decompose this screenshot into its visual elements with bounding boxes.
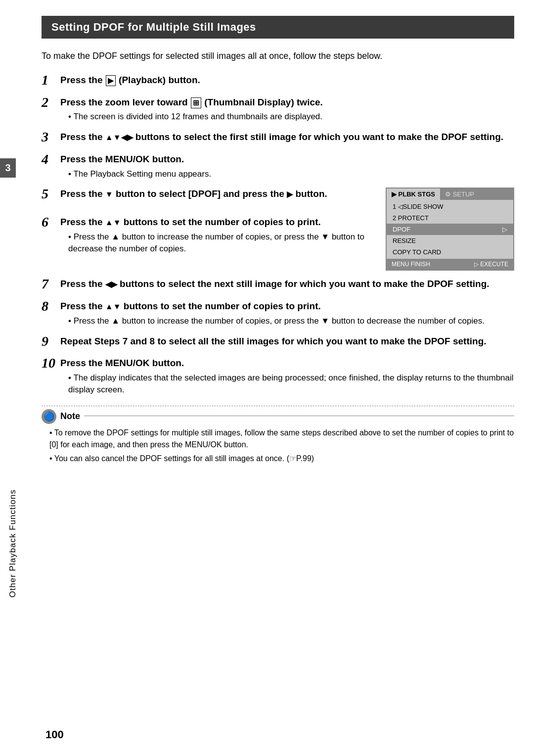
note-item-2: You can also cancel the DPOF settings fo… [42,453,514,465]
menu-footer: MENU FINISH ▷ EXECUTE [387,259,513,270]
arrow-right-icon: ▶ [127,132,133,143]
menu-item-dpof: DPOF ▷ [387,224,513,235]
step-9: 9 Repeat Steps 7 and 8 to select all the… [42,335,514,349]
menu-item-dpof-label: DPOF [393,226,410,233]
menu-item-copy: COPY TO CARD [387,246,513,258]
step-8: 8 Press the ▲▼ buttons to set the number… [42,300,514,327]
steps-5-6-container: 5 Press the ▼ button to select [DPOF] an… [42,188,514,271]
step-6-number: 6 [42,215,60,230]
step-3-main: Press the ▲▼◀▶ buttons to select the fir… [60,131,514,144]
step-8-main: Press the ▲▼ buttons to set the number o… [60,300,514,313]
menu-tab-plbk: ▶ PLBK STGS [387,189,440,200]
main-content: Setting DPOF for Multiple Still Images T… [26,0,534,756]
step-7-main: Press the ◀▶ buttons to select the next … [60,278,514,291]
step-5-content: Press the ▼ button to select [DPOF] and … [60,188,376,201]
step-5-main: Press the ▼ button to select [DPOF] and … [60,188,376,201]
arrow-right-icon3: ▶ [111,279,117,290]
step-10-sub: The display indicates that the selected … [60,372,514,396]
step-4-content: Press the MENU/OK button. The Playback S… [60,153,514,180]
arrow-down-icon: ▼ [113,132,121,143]
menu-image: ▶ PLBK STGS ⚙ SETUP 1 ◁SLIDE SHOW 2 PROT… [386,188,514,271]
note-item-1: To remove the DPOF settings for multiple… [42,427,514,451]
step-5: 5 Press the ▼ button to select [DPOF] an… [42,188,376,202]
step-7: 7 Press the ◀▶ buttons to select the nex… [42,278,514,292]
step-9-content: Repeat Steps 7 and 8 to select all the s… [60,335,514,348]
arrow-right-icon2: ▶ [287,189,293,200]
menu-footer-left: MENU FINISH [392,261,430,268]
step-10-main: Press the MENU/OK button. [60,357,514,370]
step-7-content: Press the ◀▶ buttons to select the next … [60,278,514,291]
step-10-number: 10 [42,356,60,371]
arrow-down-icon4: ▼ [113,301,121,312]
intro-text: To make the DPOF settings for selected s… [42,49,514,63]
step-3: 3 Press the ▲▼◀▶ buttons to select the f… [42,131,514,145]
menu-screenshot: ▶ PLBK STGS ⚙ SETUP 1 ◁SLIDE SHOW 2 PROT… [386,188,514,271]
step-10: 10 Press the MENU/OK button. The display… [42,357,514,395]
step-2-content: Press the zoom lever toward ⊞ (Thumbnail… [60,96,514,123]
sidebar: 3 Other Playback Functions [0,0,26,756]
menu-header: ▶ PLBK STGS ⚙ SETUP [387,189,513,200]
playback-icon: ▶ [106,75,116,86]
menu-footer-right: ▷ EXECUTE [474,261,508,268]
note-section: 🔵 Note To remove the DPOF settings for m… [42,406,514,465]
note-header: 🔵 Note [42,409,514,424]
menu-item-resize: RESIZE [387,235,513,246]
step-6-sub: Press the ▲ button to increase the numbe… [60,231,376,255]
step-5-number: 5 [42,187,60,202]
menu-item-slideshow: 1 ◁SLIDE SHOW [387,201,513,212]
step-1-content: Press the ▶ (Playback) button. [60,74,514,87]
note-icon: 🔵 [42,409,56,424]
arrow-up-icon2: ▲ [105,217,113,228]
step-2-sub: The screen is divided into 12 frames and… [60,111,514,123]
step-2-main: Press the zoom lever toward ⊞ (Thumbnail… [60,96,514,109]
sidebar-label: Other Playback Functions [8,489,18,598]
step-10-content: Press the MENU/OK button. The display in… [60,357,514,395]
step-6-content: Press the ▲▼ buttons to set the number o… [60,216,376,254]
page-number: 100 [45,728,64,741]
menu-tab-setup: ⚙ SETUP [440,189,479,200]
step-1-main: Press the ▶ (Playback) button. [60,74,514,87]
step-2-number: 2 [42,95,60,110]
chapter-number: 3 [0,158,16,178]
step-2: 2 Press the zoom lever toward ⊞ (Thumbna… [42,96,514,123]
step-8-content: Press the ▲▼ buttons to set the number o… [60,300,514,327]
steps-5-6-left: 5 Press the ▼ button to select [DPOF] an… [42,188,376,271]
step-6: 6 Press the ▲▼ buttons to set the number… [42,216,376,254]
menu-body: 1 ◁SLIDE SHOW 2 PROTECT DPOF ▷ RESIZE [387,200,513,259]
arrow-left-icon2: ◀ [105,279,111,290]
arrow-left-icon: ◀ [121,132,127,143]
step-6-main: Press the ▲▼ buttons to set the number o… [60,216,376,229]
note-dashes [84,416,514,416]
menu-item-protect-label: 2 PROTECT [393,214,429,222]
step-3-content: Press the ▲▼◀▶ buttons to select the fir… [60,131,514,144]
step-1: 1 Press the ▶ (Playback) button. [42,74,514,88]
step-7-number: 7 [42,277,60,292]
menu-item-dpof-arrow: ▷ [502,226,507,233]
menu-item-slideshow-label: 1 ◁SLIDE SHOW [393,203,443,210]
page-title: Setting DPOF for Multiple Still Images [42,16,514,39]
arrow-up-icon3: ▲ [105,301,113,312]
step-3-number: 3 [42,130,60,145]
step-4-number: 4 [42,152,60,167]
step-8-number: 8 [42,299,60,314]
note-title: Note [60,411,80,422]
step-4-sub: The Playback Setting menu appears. [60,168,514,180]
arrow-down-icon2: ▼ [105,189,113,200]
arrow-down-icon3: ▼ [113,217,121,228]
thumbnail-icon: ⊞ [191,97,201,108]
menu-item-resize-label: RESIZE [393,237,416,244]
step-4-main: Press the MENU/OK button. [60,153,514,166]
step-1-number: 1 [42,73,60,88]
step-9-number: 9 [42,334,60,349]
arrow-up-icon: ▲ [105,132,113,143]
step-4: 4 Press the MENU/OK button. The Playback… [42,153,514,180]
menu-item-copy-label: COPY TO CARD [393,248,441,256]
step-9-main: Repeat Steps 7 and 8 to select all the s… [60,335,514,348]
step-8-sub: Press the ▲ button to increase the numbe… [60,315,514,327]
menu-item-protect: 2 PROTECT [387,212,513,224]
